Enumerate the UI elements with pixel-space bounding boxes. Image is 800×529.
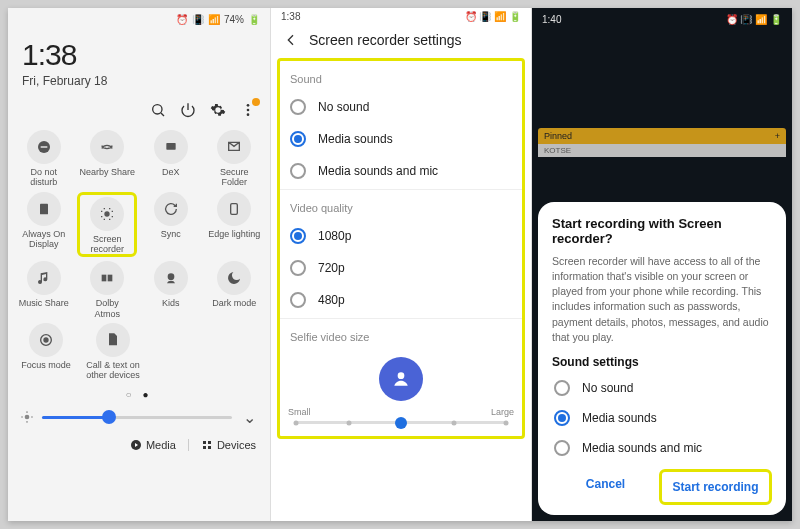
tile-calltext[interactable]: Call & text on other devices [76,323,150,381]
dialog-title: Start recording with Screen recorder? [552,216,772,246]
radio-label: Media sounds and mic [318,164,438,178]
tile-music[interactable]: Music Share [14,261,74,319]
battery-pct: 74% [224,14,244,25]
tile-label: Do not disturb [30,167,57,188]
tile-label: Nearby Share [79,167,135,187]
svg-point-0 [153,105,162,114]
tile-kids[interactable]: Kids [141,261,201,319]
svg-rect-12 [102,275,107,282]
dlg-sound-none[interactable]: No sound [552,373,772,403]
radio-label: 1080p [318,229,351,243]
recorder-settings-panel: 1:38 ⏰ 📳 📶 🔋 Screen recorder settings So… [270,8,531,521]
brightness-slider[interactable]: ⌄ [8,404,270,431]
chevron-down-icon[interactable]: ⌄ [240,408,258,427]
tile-nearby[interactable]: Nearby Share [77,130,137,188]
media-button[interactable]: Media [130,439,176,451]
tile-grid: Do not disturb Nearby Share DeX Secure F… [8,124,270,381]
tile-dolby[interactable]: Dolby Atmos [77,261,137,319]
pinned-background: Pinned+ KOTSE [538,128,786,157]
tile-edge[interactable]: Edge lighting [204,192,264,258]
start-recording-button[interactable]: Start recording [659,469,772,505]
svg-rect-25 [203,446,206,449]
vibrate-icon: 📳 [192,14,204,25]
quality-section-label: Video quality [286,192,516,220]
tile-label: Dolby Atmos [94,298,120,319]
radio-label: 720p [318,261,345,275]
scale-min: Small [288,407,311,417]
radio-label: Media sounds and mic [582,441,702,455]
clock-time: 1:38 [22,38,256,72]
page-indicator: ○ ● [8,385,270,404]
tile-sync[interactable]: Sync [141,192,201,258]
status-bar: 1:40 ⏰ 📳 📶 🔋 [532,8,792,28]
tile-label: DeX [162,167,180,187]
sun-icon [20,410,34,424]
svg-point-14 [167,274,174,281]
more-icon[interactable] [240,102,256,118]
sound-option-mic[interactable]: Media sounds and mic [286,155,516,187]
back-icon[interactable] [283,32,299,48]
tile-dark[interactable]: Dark mode [204,261,264,319]
cancel-button[interactable]: Cancel [552,469,659,505]
devices-label: Devices [217,439,256,451]
plus-icon: + [775,131,780,141]
gear-icon[interactable] [210,102,226,118]
quality-1080[interactable]: 1080p [286,220,516,252]
selfie-size-slider[interactable] [296,421,506,424]
radio-label: No sound [318,100,369,114]
tile-label: Focus mode [21,360,71,380]
clock-date: Fri, February 18 [22,74,256,88]
radio-label: Media sounds [582,411,657,425]
tile-label: Dark mode [212,298,256,318]
alarm-icon: ⏰ [176,14,188,25]
tile-dnd[interactable]: Do not disturb [14,130,74,188]
tile-label: Screen recorder [90,234,124,255]
pinned-header: Pinned [544,131,572,141]
dlg-sound-mic[interactable]: Media sounds and mic [552,433,772,463]
tile-dex[interactable]: DeX [141,130,201,188]
sound-section-label: Sound [286,63,516,91]
selfie-avatar-icon [379,357,423,401]
tile-aod[interactable]: Always On Display [14,192,74,258]
svg-point-4 [247,109,250,112]
status-bar: 1:38 ⏰ 📳 📶 🔋 [271,8,531,22]
devices-button[interactable]: Devices [201,439,256,451]
sound-option-none[interactable]: No sound [286,91,516,123]
scale-max: Large [491,407,514,417]
sound-option-media[interactable]: Media sounds [286,123,516,155]
tile-label: Secure Folder [220,167,249,188]
svg-rect-23 [203,441,206,444]
quality-480[interactable]: 480p [286,284,516,316]
play-icon [130,439,142,451]
sound-settings-heading: Sound settings [552,355,772,369]
dlg-sound-media[interactable]: Media sounds [552,403,772,433]
tile-label: Call & text on other devices [86,360,140,381]
tile-label: Edge lighting [208,229,260,249]
svg-rect-24 [208,441,211,444]
tile-label: Kids [162,298,180,318]
tile-focus[interactable]: Focus mode [16,323,76,381]
radio-label: Media sounds [318,132,393,146]
quick-settings-panel: ⏰ 📳 📶 74% 🔋 1:38 Fri, February 18 Do not… [8,8,270,521]
start-recording-dialog: Start recording with Screen recorder? Sc… [538,202,786,515]
svg-rect-11 [231,203,238,214]
settings-highlight-box: Sound No sound Media sounds Media sounds… [277,58,525,439]
svg-point-17 [25,415,30,420]
svg-point-27 [398,372,405,379]
page-title: Screen recorder settings [309,32,462,48]
tile-screenrec[interactable]: Screen recorder [77,192,137,258]
power-icon[interactable] [180,102,196,118]
battery-icon: 🔋 [248,14,260,25]
svg-rect-8 [166,143,175,150]
signal-icon: 📶 [208,14,220,25]
tile-secure[interactable]: Secure Folder [204,130,264,188]
grid-icon [201,439,213,451]
tile-label: Always On Display [22,229,65,250]
quality-720[interactable]: 720p [286,252,516,284]
svg-rect-9 [40,203,48,214]
clock-small: 1:40 [542,14,561,25]
svg-point-16 [44,338,48,342]
search-icon[interactable] [150,102,166,118]
pinned-item: KOTSE [538,144,786,157]
svg-point-5 [247,113,250,116]
